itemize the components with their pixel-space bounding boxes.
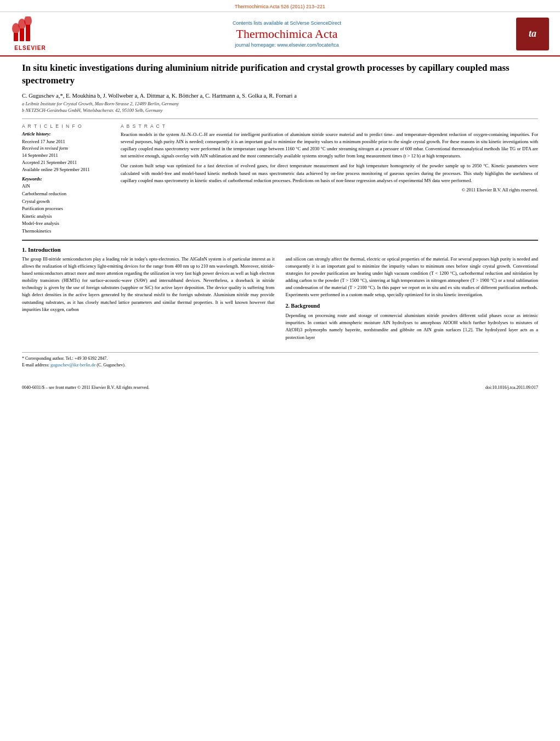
intro-text-col1: The group III-nitride semiconductors pla… bbox=[22, 256, 275, 313]
article-info-col: A R T I C L E I N F O Article history: R… bbox=[22, 123, 110, 235]
revised-date: 14 September 2011 bbox=[22, 152, 110, 159]
abstract-col: A B S T R A C T Reaction models in the s… bbox=[121, 123, 538, 235]
intro-col1: The group III-nitride semiconductors pla… bbox=[22, 256, 275, 344]
page: Thermochimica Acta 526 (2011) 213–221 EL… bbox=[0, 0, 560, 741]
article-title: In situ kinetic investigations during al… bbox=[22, 62, 538, 87]
keyword-crystal-growth: Crystal growth bbox=[22, 198, 110, 206]
divider-1 bbox=[22, 118, 538, 119]
sciverse-text: Contents lists available at SciVerse Sci… bbox=[233, 20, 341, 26]
elsevier-tree-icon bbox=[11, 16, 49, 44]
info-abstract-section: A R T I C L E I N F O Article history: R… bbox=[22, 123, 538, 235]
footer-doi: doi:10.1016/j.tca.2011.09.017 bbox=[485, 385, 538, 390]
affiliation-b: b NETZSCH-Gerätebau GmbH, Wittelsbachers… bbox=[22, 108, 538, 114]
journal-ref-text: Thermochimica Acta 526 (2011) 213–221 bbox=[235, 4, 325, 9]
elsevier-logo-area: ELSEVIER bbox=[11, 16, 58, 51]
ta-logo-area: ta bbox=[516, 16, 549, 51]
intro-title: 1. Introduction bbox=[22, 246, 538, 253]
svg-rect-2 bbox=[26, 25, 30, 41]
footnote-area: * Corresponding author. Tel.: +49 30 639… bbox=[22, 352, 538, 369]
svg-rect-1 bbox=[20, 29, 24, 41]
accepted-date: Accepted 21 September 2011 bbox=[22, 159, 110, 166]
page-footer: 0040-6031/$ – see front matter © 2011 El… bbox=[0, 385, 560, 390]
background-title: 2. Background bbox=[286, 302, 539, 310]
background-text: Depending on processing route and storag… bbox=[286, 312, 539, 341]
footnote-corresponding: * Corresponding author. Tel.: +49 30 639… bbox=[22, 355, 538, 362]
abstract-para-2: Our custom built setup was optimized for… bbox=[121, 162, 538, 184]
elsevier-text: ELSEVIER bbox=[11, 45, 49, 51]
keyword-carbothermal: Carbothermal reduction bbox=[22, 190, 110, 198]
abstract-para-1: Reaction models in the system Al–N–O–C–H… bbox=[121, 131, 538, 160]
keyword-kinetic: Kinetic analysis bbox=[22, 213, 110, 220]
abstract-copyright: © 2011 Elsevier B.V. All rights reserved… bbox=[121, 187, 538, 193]
history-label: Article history: bbox=[22, 131, 110, 137]
journal-header: ELSEVIER Contents lists available at Sci… bbox=[0, 12, 560, 56]
intro-col2: and silicon can strongly affect the ther… bbox=[286, 256, 539, 344]
ta-logo: ta bbox=[516, 18, 549, 50]
footnote-email: E-mail address: guguschev@ikz-berlin.de … bbox=[22, 362, 538, 369]
received-date: Received 17 June 2011 bbox=[22, 138, 110, 145]
affiliation-a: a Leibniz Institute for Crystal Growth, … bbox=[22, 101, 538, 108]
revised-label: Received in revised form bbox=[22, 145, 110, 152]
available-online: Available online 29 September 2011 bbox=[22, 166, 110, 173]
abstract-text: Reaction models in the system Al–N–O–C–H… bbox=[121, 131, 538, 184]
keyword-model-free: Model-free analysis bbox=[22, 220, 110, 228]
keyword-aln: AlN bbox=[22, 183, 110, 190]
article-body: In situ kinetic investigations during al… bbox=[0, 56, 560, 380]
affiliations: a Leibniz Institute for Crystal Growth, … bbox=[22, 101, 538, 114]
intro-columns: The group III-nitride semiconductors pla… bbox=[22, 256, 538, 344]
footer-issn: 0040-6031/$ – see front matter © 2011 El… bbox=[22, 385, 149, 390]
svg-rect-0 bbox=[14, 33, 18, 41]
intro-text-col2: and silicon can strongly affect the ther… bbox=[286, 256, 539, 299]
homepage-url[interactable]: www.elsevier.com/locate/tca bbox=[277, 42, 339, 48]
abstract-heading: A B S T R A C T bbox=[121, 123, 538, 129]
journal-homepage: journal homepage: www.elsevier.com/locat… bbox=[235, 42, 339, 48]
journal-ref-bar: Thermochimica Acta 526 (2011) 213–221 bbox=[0, 0, 560, 12]
article-info-heading: A R T I C L E I N F O bbox=[22, 123, 110, 129]
authors: C. Guguschev a,*, E. Moukhina b, J. Woll… bbox=[22, 93, 538, 99]
sciverse-link-text[interactable]: SciVerse ScienceDirect bbox=[290, 20, 342, 26]
email-link[interactable]: guguschev@ikz-berlin.de bbox=[50, 363, 95, 367]
journal-title-area: Contents lists available at SciVerse Sci… bbox=[58, 16, 516, 51]
divider-2 bbox=[22, 240, 538, 241]
keyword-thermokinetics: Thermokinetics bbox=[22, 228, 110, 235]
journal-title: Thermochimica Acta bbox=[236, 27, 337, 41]
introduction-section: 1. Introduction The group III-nitride se… bbox=[22, 246, 538, 344]
keywords-label: Keywords: bbox=[22, 176, 110, 182]
keyword-purification: Purification processes bbox=[22, 205, 110, 213]
